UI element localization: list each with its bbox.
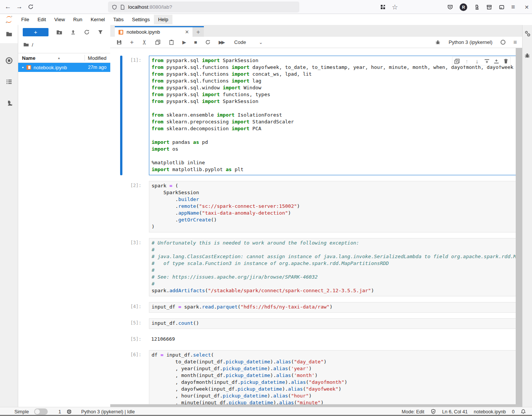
reload-icon[interactable] [25, 4, 36, 10]
menu-kernel[interactable]: Kernel [86, 15, 109, 24]
menu-settings[interactable]: Settings [128, 15, 154, 24]
code-cell[interactable]: [1]:from pyspark.sql import SparkSession… [120, 56, 522, 175]
kernel-count[interactable]: 1 [58, 409, 61, 414]
move-cell-up-icon[interactable]: ↑ [463, 58, 470, 64]
url-text[interactable]: localhost:8080/lab? [128, 4, 172, 10]
cut-cells-icon[interactable]: ✂ [141, 39, 149, 45]
vertical-scrollbar[interactable] [516, 48, 522, 407]
column-divider[interactable] [84, 55, 85, 61]
duplicate-cell-icon[interactable] [454, 58, 460, 64]
stop-circle-icon [5, 57, 13, 64]
profile-avatar[interactable]: R [460, 3, 467, 11]
notification-count[interactable]: 0 [512, 409, 515, 414]
menu-tabs[interactable]: Tabs [109, 15, 128, 24]
cell-collapser[interactable] [120, 350, 122, 407]
code-cell[interactable]: [5]:input_df.count() [120, 318, 522, 329]
move-cell-down-icon[interactable]: ↓ [474, 58, 480, 64]
mode-indicator[interactable]: Mode: Edit [402, 409, 424, 414]
new-folder-icon[interactable] [56, 29, 63, 36]
interrupt-kernel-icon[interactable]: ■ [194, 39, 197, 45]
code-editor[interactable]: spark = ( SparkSession .builder .remote(… [149, 181, 518, 232]
tab-notebook[interactable]: notebook.ipynb ✕ [115, 27, 192, 37]
code-editor[interactable]: input_df.count() [149, 318, 518, 329]
pocket-icon[interactable] [447, 4, 453, 10]
back-icon[interactable]: ← [2, 3, 14, 11]
breadcrumb-root[interactable]: / [32, 42, 33, 48]
code-editor[interactable]: from pyspark.sql import SparkSessionfrom… [149, 56, 518, 175]
cell-collapser[interactable] [120, 302, 122, 313]
sidebar-icon[interactable] [499, 4, 505, 10]
cell-collapser[interactable] [120, 56, 122, 175]
code-cell[interactable]: [2]:spark = ( SparkSession .builder .rem… [120, 181, 522, 232]
code-cell[interactable]: [6]:df = input_df.select( to_date(input_… [120, 350, 522, 407]
archive-box-icon[interactable] [486, 4, 492, 10]
cell-collapser[interactable] [120, 318, 122, 329]
forward-icon[interactable]: → [14, 3, 25, 11]
menu-view[interactable]: View [50, 15, 69, 24]
menu-run[interactable]: Run [69, 15, 86, 24]
kernel-status-text[interactable]: Python 3 (ipykernel) | Idle [81, 409, 135, 414]
filter-icon[interactable] [97, 29, 103, 35]
code-editor[interactable]: input_df = spark.read.parquet("hdfs://hd… [149, 302, 518, 313]
horizontal-scrollbar[interactable] [110, 404, 516, 407]
delete-cell-icon[interactable] [503, 58, 509, 64]
trust-shield-icon[interactable] [430, 409, 436, 414]
table-of-contents-tab[interactable] [0, 73, 18, 91]
property-inspector-tab[interactable] [524, 30, 531, 37]
cell-collapser[interactable] [120, 238, 122, 296]
cell-collapser[interactable] [120, 181, 122, 232]
notebook-content[interactable]: [1]:from pyspark.sql import SparkSession… [110, 48, 522, 407]
kernel-name[interactable]: Python 3 (ipykernel) [449, 39, 493, 45]
menu-file[interactable]: File [17, 15, 33, 24]
column-modified[interactable]: Modified [88, 55, 106, 61]
insert-cell-below-icon[interactable] [493, 58, 499, 64]
code-cell[interactable]: [4]:input_df = spark.read.parquet("hdfs:… [120, 302, 522, 313]
extension-manager-tab[interactable] [0, 94, 18, 112]
run-cell-icon[interactable]: ▶ [182, 39, 186, 45]
paste-cells-icon[interactable] [169, 39, 174, 45]
simple-mode-toggle[interactable] [34, 408, 48, 415]
url-bar[interactable]: localhost:8080/lab? [108, 2, 299, 12]
code-cell[interactable]: [3]:# Unfortunately this is needed to wo… [120, 238, 522, 296]
cursor-position[interactable]: Ln 6, Col 41 [442, 409, 468, 414]
kernel-status-icon[interactable] [501, 40, 505, 45]
page-icon[interactable] [120, 5, 125, 10]
menu-hamburger-icon[interactable]: ≡ [511, 3, 515, 11]
insert-cell-above-icon[interactable] [484, 58, 490, 64]
kernel-chip-icon[interactable] [66, 409, 72, 414]
extension-icon[interactable] [474, 4, 480, 10]
right-activity-bar [522, 25, 532, 407]
cell-output[interactable]: [5]:12106669 [120, 335, 522, 344]
menu-edit[interactable]: Edit [33, 15, 50, 24]
execution-prompt: [2]: [130, 181, 146, 232]
tab-close-icon[interactable]: ✕ [185, 29, 189, 35]
new-tab-button[interactable]: + [192, 27, 204, 37]
insert-cell-icon[interactable]: + [130, 39, 134, 46]
code-editor[interactable]: df = input_df.select( to_date(input_df.p… [149, 350, 518, 407]
cell-type-dropdown[interactable]: Code ⌄ [234, 39, 263, 45]
filebrowser-tab[interactable] [0, 25, 18, 43]
running-sessions-tab[interactable] [0, 51, 18, 70]
restart-kernel-icon[interactable] [205, 39, 211, 45]
bell-icon[interactable] [521, 409, 526, 414]
output-area[interactable]: 12106669 [149, 335, 518, 344]
shield-icon[interactable] [112, 5, 117, 10]
save-icon[interactable] [116, 39, 122, 45]
breadcrumb[interactable]: / [18, 39, 110, 50]
debugger-tab[interactable] [524, 52, 530, 59]
upload-icon[interactable] [70, 29, 76, 35]
code-editor[interactable]: # Unfortunately this is needed to work a… [149, 238, 518, 296]
copy-cells-icon[interactable] [155, 39, 161, 45]
refresh-icon[interactable] [84, 29, 90, 35]
new-launcher-button[interactable]: + [23, 28, 49, 36]
restart-run-all-icon[interactable]: ▶▶ [219, 39, 224, 45]
bookmark-star-icon[interactable]: ☆ [392, 3, 398, 11]
cell-collapser[interactable] [120, 335, 122, 344]
file-row-notebook[interactable]: • notebook.ipynb 27m ago [18, 63, 110, 72]
menu-help[interactable]: Help [154, 15, 172, 24]
window-close-icon[interactable]: ✕ [524, 4, 529, 10]
column-name[interactable]: Name▲ [22, 55, 81, 61]
screenshot-grid-icon[interactable] [380, 4, 386, 10]
toolbar-menu-icon[interactable]: ≡ [513, 39, 517, 46]
debugger-bug-icon[interactable] [435, 39, 441, 45]
